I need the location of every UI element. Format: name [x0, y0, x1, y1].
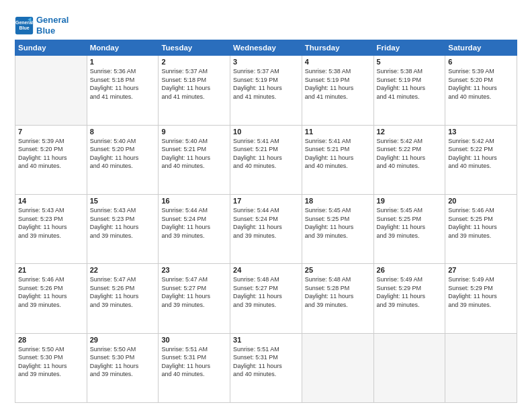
calendar-cell: 3Sunrise: 5:37 AM Sunset: 5:19 PM Daylig… — [230, 56, 302, 125]
day-number: 17 — [233, 197, 299, 205]
cell-info: Sunrise: 5:43 AM Sunset: 5:23 PM Dayligh… — [90, 206, 156, 240]
cell-info: Sunrise: 5:39 AM Sunset: 5:20 PM Dayligh… — [448, 67, 514, 101]
cell-info: Sunrise: 5:51 AM Sunset: 5:31 PM Dayligh… — [233, 345, 299, 379]
calendar-cell: 24Sunrise: 5:48 AM Sunset: 5:27 PM Dayli… — [230, 264, 302, 333]
col-header-wednesday: Wednesday — [230, 40, 302, 56]
calendar-cell: 1Sunrise: 5:36 AM Sunset: 5:18 PM Daylig… — [87, 56, 159, 125]
calendar-cell: 29Sunrise: 5:50 AM Sunset: 5:30 PM Dayli… — [87, 333, 159, 402]
cell-info: Sunrise: 5:50 AM Sunset: 5:30 PM Dayligh… — [90, 345, 156, 379]
day-number: 20 — [448, 197, 514, 205]
cell-info: Sunrise: 5:42 AM Sunset: 5:22 PM Dayligh… — [377, 137, 443, 171]
cell-info: Sunrise: 5:50 AM Sunset: 5:30 PM Dayligh… — [18, 345, 84, 379]
cell-info: Sunrise: 5:37 AM Sunset: 5:18 PM Dayligh… — [161, 67, 227, 101]
calendar-cell: 20Sunrise: 5:46 AM Sunset: 5:25 PM Dayli… — [445, 194, 517, 263]
cell-info: Sunrise: 5:40 AM Sunset: 5:20 PM Dayligh… — [90, 137, 156, 171]
cell-info: Sunrise: 5:42 AM Sunset: 5:22 PM Dayligh… — [448, 137, 514, 171]
col-header-friday: Friday — [373, 40, 445, 56]
week-row-3: 14Sunrise: 5:43 AM Sunset: 5:23 PM Dayli… — [15, 194, 517, 263]
calendar-cell: 30Sunrise: 5:51 AM Sunset: 5:31 PM Dayli… — [159, 333, 230, 402]
cell-info: Sunrise: 5:49 AM Sunset: 5:29 PM Dayligh… — [448, 275, 514, 309]
day-number: 30 — [161, 336, 227, 344]
calendar-cell: 9Sunrise: 5:40 AM Sunset: 5:21 PM Daylig… — [159, 125, 230, 194]
cell-info: Sunrise: 5:49 AM Sunset: 5:29 PM Dayligh… — [377, 275, 443, 309]
logo-text: General Blue — [36, 15, 69, 36]
calendar-cell: 22Sunrise: 5:47 AM Sunset: 5:26 PM Dayli… — [87, 264, 159, 333]
calendar-cell: 12Sunrise: 5:42 AM Sunset: 5:22 PM Dayli… — [373, 125, 445, 194]
calendar-cell: 27Sunrise: 5:49 AM Sunset: 5:29 PM Dayli… — [445, 264, 517, 333]
cell-info: Sunrise: 5:41 AM Sunset: 5:21 PM Dayligh… — [305, 137, 371, 171]
day-number: 4 — [305, 58, 371, 66]
cell-info: Sunrise: 5:46 AM Sunset: 5:26 PM Dayligh… — [18, 275, 84, 309]
calendar-cell: 14Sunrise: 5:43 AM Sunset: 5:23 PM Dayli… — [15, 194, 87, 263]
cell-info: Sunrise: 5:43 AM Sunset: 5:23 PM Dayligh… — [18, 206, 84, 240]
calendar-cell: 2Sunrise: 5:37 AM Sunset: 5:18 PM Daylig… — [159, 56, 230, 125]
cell-info: Sunrise: 5:37 AM Sunset: 5:19 PM Dayligh… — [233, 67, 299, 101]
day-number: 10 — [233, 128, 299, 136]
cell-info: Sunrise: 5:45 AM Sunset: 5:25 PM Dayligh… — [377, 206, 443, 240]
calendar-cell — [445, 333, 517, 402]
calendar-cell: 26Sunrise: 5:49 AM Sunset: 5:29 PM Dayli… — [373, 264, 445, 333]
calendar-cell — [15, 56, 87, 125]
day-number: 3 — [233, 58, 299, 66]
cell-info: Sunrise: 5:47 AM Sunset: 5:27 PM Dayligh… — [161, 275, 227, 309]
day-number: 21 — [18, 266, 84, 274]
day-number: 29 — [90, 336, 156, 344]
calendar-cell: 23Sunrise: 5:47 AM Sunset: 5:27 PM Dayli… — [159, 264, 230, 333]
week-row-5: 28Sunrise: 5:50 AM Sunset: 5:30 PM Dayli… — [15, 333, 517, 402]
calendar-cell: 28Sunrise: 5:50 AM Sunset: 5:30 PM Dayli… — [15, 333, 87, 402]
day-number: 28 — [18, 336, 84, 344]
cell-info: Sunrise: 5:40 AM Sunset: 5:21 PM Dayligh… — [161, 137, 227, 171]
cell-info: Sunrise: 5:38 AM Sunset: 5:19 PM Dayligh… — [377, 67, 443, 101]
week-row-4: 21Sunrise: 5:46 AM Sunset: 5:26 PM Dayli… — [15, 264, 517, 333]
cell-info: Sunrise: 5:48 AM Sunset: 5:28 PM Dayligh… — [305, 275, 371, 309]
day-number: 14 — [18, 197, 84, 205]
header: General Blue General Blue — [15, 12, 517, 36]
cell-info: Sunrise: 5:38 AM Sunset: 5:19 PM Dayligh… — [305, 67, 371, 101]
day-number: 6 — [448, 58, 514, 66]
calendar-cell — [373, 333, 445, 402]
week-row-1: 1Sunrise: 5:36 AM Sunset: 5:18 PM Daylig… — [15, 56, 517, 125]
day-number: 9 — [161, 128, 227, 136]
cell-info: Sunrise: 5:41 AM Sunset: 5:21 PM Dayligh… — [233, 137, 299, 171]
day-number: 23 — [161, 266, 227, 274]
calendar-cell: 19Sunrise: 5:45 AM Sunset: 5:25 PM Dayli… — [373, 194, 445, 263]
day-number: 7 — [18, 128, 84, 136]
svg-text:Blue: Blue — [19, 26, 29, 30]
calendar: SundayMondayTuesdayWednesdayThursdayFrid… — [15, 40, 517, 403]
calendar-cell: 16Sunrise: 5:44 AM Sunset: 5:24 PM Dayli… — [159, 194, 230, 263]
calendar-cell: 7Sunrise: 5:39 AM Sunset: 5:20 PM Daylig… — [15, 125, 87, 194]
calendar-header-row: SundayMondayTuesdayWednesdayThursdayFrid… — [15, 40, 517, 56]
col-header-tuesday: Tuesday — [159, 40, 230, 56]
cell-info: Sunrise: 5:47 AM Sunset: 5:26 PM Dayligh… — [90, 275, 156, 309]
day-number: 15 — [90, 197, 156, 205]
calendar-cell: 6Sunrise: 5:39 AM Sunset: 5:20 PM Daylig… — [445, 56, 517, 125]
day-number: 24 — [233, 266, 299, 274]
day-number: 31 — [233, 336, 299, 344]
day-number: 27 — [448, 266, 514, 274]
calendar-cell: 25Sunrise: 5:48 AM Sunset: 5:28 PM Dayli… — [302, 264, 373, 333]
calendar-cell — [302, 333, 373, 402]
cell-info: Sunrise: 5:36 AM Sunset: 5:18 PM Dayligh… — [90, 67, 156, 101]
cell-info: Sunrise: 5:39 AM Sunset: 5:20 PM Dayligh… — [18, 137, 84, 171]
calendar-cell: 31Sunrise: 5:51 AM Sunset: 5:31 PM Dayli… — [230, 333, 302, 402]
calendar-cell: 17Sunrise: 5:44 AM Sunset: 5:24 PM Dayli… — [230, 194, 302, 263]
day-number: 2 — [161, 58, 227, 66]
day-number: 12 — [377, 128, 443, 136]
cell-info: Sunrise: 5:46 AM Sunset: 5:25 PM Dayligh… — [448, 206, 514, 240]
day-number: 22 — [90, 266, 156, 274]
day-number: 5 — [377, 58, 443, 66]
cell-info: Sunrise: 5:48 AM Sunset: 5:27 PM Dayligh… — [233, 275, 299, 309]
col-header-saturday: Saturday — [445, 40, 517, 56]
calendar-cell: 18Sunrise: 5:45 AM Sunset: 5:25 PM Dayli… — [302, 194, 373, 263]
day-number: 25 — [305, 266, 371, 274]
calendar-cell: 11Sunrise: 5:41 AM Sunset: 5:21 PM Dayli… — [302, 125, 373, 194]
calendar-cell: 21Sunrise: 5:46 AM Sunset: 5:26 PM Dayli… — [15, 264, 87, 333]
day-number: 26 — [377, 266, 443, 274]
cell-info: Sunrise: 5:44 AM Sunset: 5:24 PM Dayligh… — [161, 206, 227, 240]
day-number: 8 — [90, 128, 156, 136]
day-number: 16 — [161, 197, 227, 205]
calendar-cell: 10Sunrise: 5:41 AM Sunset: 5:21 PM Dayli… — [230, 125, 302, 194]
col-header-sunday: Sunday — [15, 40, 87, 56]
week-row-2: 7Sunrise: 5:39 AM Sunset: 5:20 PM Daylig… — [15, 125, 517, 194]
calendar-cell: 15Sunrise: 5:43 AM Sunset: 5:23 PM Dayli… — [87, 194, 159, 263]
